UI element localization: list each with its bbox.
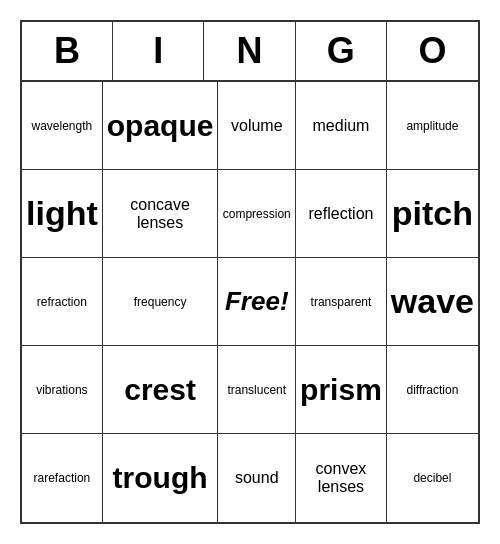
bingo-cell: diffraction: [387, 346, 478, 434]
bingo-cell: light: [22, 170, 103, 258]
cell-text: volume: [231, 117, 283, 135]
cell-text: amplitude: [406, 119, 458, 133]
bingo-cell: Free!: [218, 258, 296, 346]
cell-text: pitch: [392, 194, 473, 233]
bingo-cell: volume: [218, 82, 296, 170]
bingo-cell: compression: [218, 170, 296, 258]
cell-text: trough: [113, 461, 208, 495]
cell-text: light: [26, 194, 98, 233]
cell-text: prism: [300, 373, 382, 407]
cell-text: wave: [391, 282, 474, 321]
cell-text: compression: [223, 207, 291, 221]
bingo-cell: reflection: [296, 170, 387, 258]
bingo-cell: sound: [218, 434, 296, 522]
header-letter: G: [296, 22, 387, 80]
bingo-header: BINGO: [22, 22, 478, 82]
bingo-cell: decibel: [387, 434, 478, 522]
bingo-cell: opaque: [103, 82, 219, 170]
bingo-cell: pitch: [387, 170, 478, 258]
header-letter: O: [387, 22, 478, 80]
cell-text: transparent: [311, 295, 372, 309]
cell-text: frequency: [134, 295, 187, 309]
bingo-cell: wavelength: [22, 82, 103, 170]
cell-text: convexlenses: [316, 460, 367, 496]
cell-text: translucent: [227, 383, 286, 397]
cell-text: medium: [313, 117, 370, 135]
cell-text: rarefaction: [34, 471, 91, 485]
bingo-grid: wavelengthopaquevolumemediumamplitudelig…: [22, 82, 478, 522]
bingo-cell: vibrations: [22, 346, 103, 434]
bingo-cell: crest: [103, 346, 219, 434]
cell-text: reflection: [309, 205, 374, 223]
cell-text: sound: [235, 469, 279, 487]
bingo-cell: amplitude: [387, 82, 478, 170]
bingo-cell: prism: [296, 346, 387, 434]
bingo-cell: translucent: [218, 346, 296, 434]
bingo-cell: frequency: [103, 258, 219, 346]
bingo-cell: concavelenses: [103, 170, 219, 258]
bingo-cell: rarefaction: [22, 434, 103, 522]
cell-text: wavelength: [32, 119, 93, 133]
header-letter: B: [22, 22, 113, 80]
header-letter: N: [204, 22, 295, 80]
header-letter: I: [113, 22, 204, 80]
cell-text: opaque: [107, 109, 214, 143]
bingo-cell: wave: [387, 258, 478, 346]
cell-text: refraction: [37, 295, 87, 309]
bingo-cell: transparent: [296, 258, 387, 346]
bingo-cell: convexlenses: [296, 434, 387, 522]
bingo-cell: medium: [296, 82, 387, 170]
bingo-card: BINGO wavelengthopaquevolumemediumamplit…: [20, 20, 480, 524]
cell-text: concavelenses: [130, 196, 190, 232]
cell-text: decibel: [413, 471, 451, 485]
cell-text: Free!: [225, 286, 289, 317]
cell-text: vibrations: [36, 383, 87, 397]
cell-text: diffraction: [407, 383, 459, 397]
bingo-cell: refraction: [22, 258, 103, 346]
bingo-cell: trough: [103, 434, 219, 522]
cell-text: crest: [124, 373, 196, 407]
